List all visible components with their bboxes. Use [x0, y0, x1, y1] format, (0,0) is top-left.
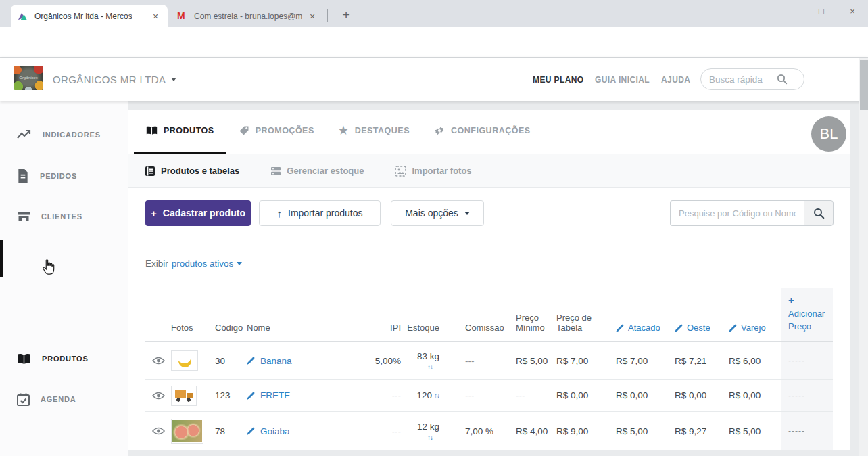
header-preco-tabela: Preço de Tabela — [556, 313, 616, 341]
product-comissao: --- — [439, 390, 516, 401]
product-adicionar-preco[interactable]: ----- — [781, 412, 833, 450]
product-comissao: --- — [439, 356, 516, 366]
table-header-row: Fotos Código Nome IPI Estoque Comissão P… — [145, 288, 833, 342]
sidebar: INDICADORES PEDIDOS CLIENTES PRODUTOS AG… — [0, 101, 128, 456]
main-content: PRODUTOS PROMOÇÕES ★ DESTAQUES CONFIGURA… — [128, 110, 850, 456]
pencil-icon — [247, 357, 255, 365]
header-preco-minimo: Preço Mínimo — [516, 313, 556, 341]
cadastrar-produto-button[interactable]: + Cadastrar produto — [145, 200, 251, 226]
company-logo[interactable]: Orgânicos — [14, 66, 43, 90]
visibility-toggle[interactable] — [145, 357, 171, 365]
product-photo[interactable] — [171, 419, 212, 444]
subtab-gerenciar-estoque[interactable]: Gerenciar estoque — [261, 166, 373, 177]
truck-image — [175, 389, 193, 402]
window-maximize-icon[interactable]: □ — [806, 0, 837, 22]
pencil-icon — [247, 427, 255, 435]
importar-produtos-button[interactable]: ↑ Importar produtos — [259, 200, 381, 226]
sub-tabs: Produtos e tabelas Gerenciar estoque Imp… — [128, 154, 850, 188]
module-tabs: PRODUTOS PROMOÇÕES ★ DESTAQUES CONFIGURA… — [128, 110, 850, 154]
tab-close-icon[interactable]: × — [150, 11, 161, 22]
sidebar-item-indicadores[interactable]: INDICADORES — [0, 117, 128, 152]
menu-meu-plano[interactable]: MEU PLANO — [533, 58, 584, 101]
header-oeste[interactable]: Oeste — [675, 323, 729, 341]
mais-opcoes-button[interactable]: Mais opções — [391, 200, 484, 226]
product-name-link[interactable]: Banana — [247, 356, 368, 366]
product-row: 78 Goiaba --- 12 kg ↑↓ 7,00 % R$ 4,00 R$… — [145, 411, 833, 450]
pencil-icon — [616, 324, 624, 332]
page-scrollbar[interactable] — [859, 58, 868, 456]
header-varejo[interactable]: Varejo — [729, 323, 781, 341]
sidebar-item-pedidos[interactable]: PEDIDOS — [0, 158, 128, 193]
stock-adjust-icon[interactable]: ↑↓ — [427, 434, 433, 441]
product-preco-minimo: R$ 4,00 — [516, 426, 556, 436]
sidebar-item-label: AGENDA — [41, 395, 76, 403]
chevron-down-icon — [237, 262, 242, 265]
subtab-importar-fotos[interactable]: Importar fotos — [385, 166, 481, 177]
tab-destaques[interactable]: ★ DESTAQUES — [327, 110, 422, 154]
product-search-button[interactable] — [804, 200, 834, 226]
product-ipi: --- — [368, 426, 401, 436]
product-varejo: R$ 5,00 — [729, 426, 781, 436]
menu-guia-inicial[interactable]: GUIA INICIAL — [595, 58, 650, 101]
banana-image — [177, 353, 191, 367]
product-codigo: 123 — [212, 390, 247, 401]
tab-promocoes[interactable]: PROMOÇÕES — [226, 110, 327, 154]
pencil-icon — [729, 324, 737, 332]
product-name-link[interactable]: FRETE — [247, 390, 368, 401]
header-atacado[interactable]: Atacado — [616, 323, 675, 341]
window-close-icon[interactable]: × — [837, 0, 868, 22]
tab-close-icon[interactable]: × — [307, 11, 318, 22]
product-estoque: 12 kg ↑↓ — [401, 421, 439, 441]
quick-search — [700, 68, 804, 90]
product-adicionar-preco[interactable]: ----- — [781, 380, 833, 411]
plus-icon: + — [788, 293, 833, 308]
filter-label: Exibir — [145, 258, 168, 269]
header-nome: Nome — [247, 323, 368, 341]
visibility-toggle[interactable] — [145, 427, 171, 435]
tab-produtos[interactable]: PRODUTOS — [134, 110, 226, 154]
window-minimize-icon[interactable]: – — [775, 0, 806, 22]
stock-adjust-icon[interactable]: ↑↓ — [434, 392, 439, 399]
store-icon — [17, 210, 30, 223]
browser-tab-mercos[interactable]: Orgânicos Mr ltda - Mercos × — [11, 5, 168, 27]
new-tab-button[interactable]: + — [337, 5, 356, 24]
stock-adjust-icon[interactable]: ↑↓ — [427, 364, 433, 371]
header-adicionar-preco[interactable]: + Adicionar Preço — [781, 288, 833, 341]
image-import-icon — [395, 166, 406, 177]
sidebar-item-agenda[interactable]: AGENDA — [0, 382, 128, 417]
product-codigo: 78 — [212, 426, 247, 436]
subtab-produtos-e-tabelas[interactable]: Produtos e tabelas — [135, 166, 249, 177]
eye-icon — [152, 357, 165, 365]
filter-produtos-ativos[interactable]: produtos ativos — [172, 258, 243, 269]
sidebar-item-produtos[interactable]: PRODUTOS — [0, 341, 128, 376]
sidebar-item-clientes[interactable]: CLIENTES — [0, 199, 128, 234]
scrollbar-thumb[interactable] — [860, 60, 868, 110]
visibility-toggle[interactable] — [145, 392, 171, 400]
search-icon[interactable] — [777, 74, 788, 85]
gear-icon — [434, 125, 445, 136]
product-atacado: R$ 7,00 — [616, 356, 675, 366]
product-photo[interactable] — [171, 386, 212, 406]
menu-ajuda[interactable]: AJUDA — [661, 58, 690, 101]
goiaba-image — [172, 420, 202, 442]
tab-configuracoes[interactable]: CONFIGURAÇÕES — [422, 110, 543, 154]
product-adicionar-preco[interactable]: ----- — [781, 342, 833, 379]
browser-tab-gmail[interactable]: M Com estrela - bruna.lopes@merc × — [170, 5, 324, 27]
eye-icon — [152, 427, 165, 435]
company-selector[interactable]: ORGÂNICOS MR LTDA — [53, 58, 176, 101]
product-search-input[interactable] — [670, 200, 804, 226]
actions-row: + Cadastrar produto ↑ Importar produtos … — [128, 188, 850, 226]
sidebar-item-label: INDICADORES — [43, 131, 101, 139]
product-photo[interactable] — [171, 350, 212, 371]
product-estoque: 120 ↑↓ — [401, 390, 439, 401]
product-row: 30 Banana 5,00% 83 kg ↑↓ --- R$ 5,00 R$ … — [145, 342, 833, 379]
product-preco-minimo: --- — [516, 390, 556, 401]
document-icon — [17, 169, 29, 183]
user-avatar[interactable]: BL — [811, 116, 846, 152]
quick-search-input[interactable] — [709, 74, 777, 85]
header-comissao: Comissão — [439, 323, 516, 341]
sidebar-item-label: PEDIDOS — [40, 172, 77, 180]
product-name-link[interactable]: Goiaba — [247, 426, 368, 436]
mouse-cursor — [41, 258, 55, 276]
window-controls: – □ × — [775, 0, 868, 27]
